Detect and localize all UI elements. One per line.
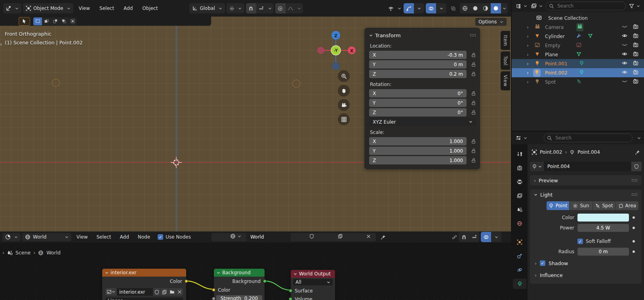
animate-dot[interactable] bbox=[633, 250, 635, 253]
gizmos-toggle[interactable] bbox=[404, 3, 414, 13]
options-dropdown[interactable]: Options bbox=[475, 18, 507, 26]
pin-icon[interactable] bbox=[381, 235, 386, 240]
pin-icon[interactable] bbox=[635, 150, 640, 155]
point-light-marker[interactable] bbox=[52, 79, 60, 87]
animate-dot[interactable] bbox=[633, 227, 635, 229]
strength-input-socket[interactable] bbox=[212, 297, 215, 300]
preview-panel-header[interactable]: › Preview bbox=[530, 175, 642, 185]
tab-constraints[interactable] bbox=[513, 251, 526, 261]
unlink-button[interactable] bbox=[176, 288, 183, 296]
animate-dot[interactable] bbox=[633, 216, 635, 219]
use-nodes-checkbox[interactable]: ✓ bbox=[158, 234, 163, 240]
color-input-socket[interactable] bbox=[212, 288, 215, 292]
tab-world[interactable] bbox=[513, 218, 526, 229]
menu-object[interactable]: Object bbox=[138, 3, 162, 13]
copy-button[interactable] bbox=[161, 288, 168, 296]
rotation-mode-dropdown[interactable]: XYZ Euler bbox=[369, 118, 476, 126]
tab-tool[interactable] bbox=[513, 149, 526, 159]
expand-arrow[interactable]: › bbox=[527, 43, 529, 48]
lock-icon[interactable] bbox=[467, 148, 476, 153]
light-panel-header[interactable]: Light bbox=[530, 189, 642, 200]
lock-icon[interactable] bbox=[467, 52, 476, 57]
shadow-checkbox[interactable]: ✓ bbox=[540, 260, 545, 266]
outliner-row-spot[interactable]: › Spot bbox=[512, 77, 644, 86]
shader-type-dropdown[interactable]: World bbox=[22, 233, 71, 241]
node-link-icon[interactable] bbox=[452, 235, 457, 240]
volume-input-socket[interactable] bbox=[289, 297, 292, 300]
node-header[interactable]: World Output bbox=[291, 270, 335, 278]
menu-add[interactable]: Add bbox=[116, 233, 133, 241]
tab-scene[interactable] bbox=[513, 204, 526, 215]
properties-display-mode[interactable] bbox=[515, 133, 528, 143]
fake-user-button[interactable] bbox=[307, 233, 316, 241]
lock-icon[interactable] bbox=[467, 110, 476, 115]
node-overlays-dropdown[interactable] bbox=[491, 232, 501, 242]
gizmos-dropdown[interactable] bbox=[414, 3, 424, 13]
render-visibility-toggle[interactable] bbox=[633, 69, 638, 76]
outliner-filter-dropdown[interactable] bbox=[628, 1, 641, 11]
node-snap-toggle[interactable] bbox=[459, 232, 469, 242]
overlays-dropdown[interactable] bbox=[436, 3, 446, 13]
properties-search[interactable] bbox=[544, 134, 633, 142]
outliner-row-plane[interactable]: › Plane bbox=[512, 50, 644, 59]
shading-material-button[interactable] bbox=[480, 3, 491, 13]
menu-view[interactable]: View bbox=[75, 3, 94, 13]
node-world-output[interactable]: World Output All Surface Volume bbox=[291, 270, 335, 300]
navigation-gizmo[interactable]: Z X -Y bbox=[315, 30, 356, 71]
hide-toggle[interactable] bbox=[622, 78, 627, 85]
render-visibility-toggle[interactable] bbox=[633, 33, 638, 40]
influence-subpanel-header[interactable]: › Influence bbox=[530, 270, 642, 280]
perspective-toggle-button[interactable] bbox=[338, 113, 350, 125]
rotation-x-field[interactable]: X0° bbox=[369, 89, 467, 97]
lock-icon[interactable] bbox=[467, 139, 476, 144]
select-mode-extend[interactable] bbox=[42, 17, 51, 25]
tab-output[interactable] bbox=[513, 177, 526, 187]
world-browse-dropdown[interactable] bbox=[228, 233, 243, 241]
hide-toggle[interactable] bbox=[622, 60, 627, 67]
location-x-field[interactable]: X-0.3 m bbox=[369, 51, 467, 59]
visibility-dropdown[interactable] bbox=[387, 3, 402, 13]
node-snap-settings[interactable] bbox=[469, 232, 479, 242]
node-header[interactable]: interior.exr bbox=[102, 269, 186, 277]
chevron-down-icon[interactable] bbox=[637, 136, 641, 140]
lock-icon[interactable] bbox=[467, 91, 476, 96]
outliner-row-empty[interactable]: › Empty bbox=[512, 41, 644, 50]
node-header[interactable]: Background bbox=[214, 269, 265, 277]
fake-user-button[interactable] bbox=[153, 288, 160, 296]
hide-toggle[interactable] bbox=[622, 42, 627, 49]
rotation-z-field[interactable]: Z0° bbox=[369, 108, 467, 117]
render-visibility-toggle[interactable] bbox=[633, 42, 638, 49]
sidebar-tab-tool[interactable]: Tool bbox=[501, 52, 510, 70]
render-visibility-toggle[interactable] bbox=[633, 60, 638, 67]
zoom-button[interactable] bbox=[338, 70, 350, 82]
light-type-area[interactable]: Area bbox=[616, 201, 638, 210]
outliner-row-scene-collection[interactable]: Scene Collection bbox=[512, 13, 644, 23]
search-input[interactable] bbox=[554, 135, 629, 141]
soft-falloff-checkbox[interactable]: ✓ bbox=[577, 239, 583, 244]
node-background[interactable]: Background Background Color Strength 0.2… bbox=[214, 269, 265, 300]
panel-grip-icon[interactable] bbox=[470, 34, 476, 37]
sidebar-tab-item[interactable]: Item bbox=[501, 31, 510, 50]
shading-solid-button[interactable] bbox=[470, 3, 480, 13]
breadcrumb-object[interactable]: Point.002 bbox=[540, 149, 562, 155]
node-canvas[interactable]: › Scene › World interior.exr Color inter… bbox=[0, 243, 511, 300]
lock-icon[interactable] bbox=[467, 158, 476, 163]
expand-arrow[interactable]: › bbox=[527, 25, 529, 30]
overlays-toggle[interactable] bbox=[426, 3, 436, 13]
animate-dot[interactable] bbox=[633, 240, 635, 243]
image-name-field[interactable]: interior.exr bbox=[117, 288, 153, 296]
expand-arrow[interactable]: › bbox=[527, 79, 529, 85]
render-visibility-toggle[interactable] bbox=[633, 24, 638, 31]
tab-render[interactable] bbox=[513, 163, 526, 173]
lock-icon[interactable] bbox=[467, 62, 476, 67]
surface-input-socket[interactable] bbox=[289, 289, 292, 292]
point-light-marker[interactable] bbox=[292, 80, 300, 88]
menu-view[interactable]: View bbox=[73, 233, 91, 241]
image-browse-dropdown[interactable] bbox=[105, 288, 116, 296]
select-mode-subtract[interactable] bbox=[51, 17, 59, 25]
tab-view-layer[interactable] bbox=[513, 191, 526, 201]
toolbar-expand-arrow[interactable]: › bbox=[0, 41, 2, 47]
outliner-row-point-001[interactable]: › Point.001 bbox=[512, 59, 644, 68]
tab-object[interactable] bbox=[513, 237, 526, 247]
mode-dropdown[interactable]: Object Mode bbox=[23, 3, 73, 13]
